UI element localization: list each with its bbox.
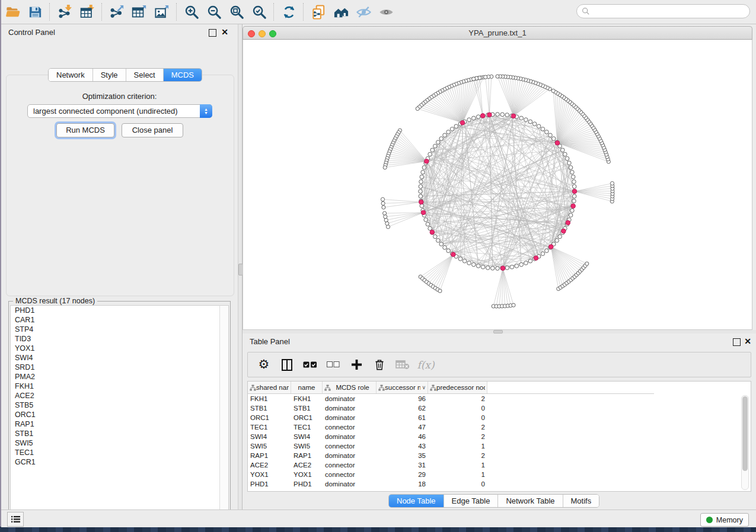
cell-MCDS-role[interactable]: dominator (323, 451, 377, 460)
mcds-result-item[interactable]: TEC1 (11, 448, 221, 457)
cell-successor-nodes[interactable]: 43 (377, 441, 428, 451)
table-row[interactable]: SWI5SWI5connector431 (248, 441, 751, 451)
zoom-selected-button[interactable] (249, 2, 269, 21)
memory-button[interactable]: Memory (700, 513, 749, 527)
export-image-button[interactable] (152, 2, 172, 21)
zoom-fit-button[interactable] (227, 2, 247, 21)
cell-successor-nodes[interactable]: 31 (377, 460, 428, 470)
table-panel-float-button[interactable] (733, 338, 741, 346)
cell-successor-nodes[interactable]: 46 (377, 432, 428, 441)
control-panel-float-button[interactable] (209, 29, 216, 37)
cell-predecessor-nodes[interactable]: 0 (428, 479, 487, 489)
export-table-button[interactable] (129, 2, 149, 21)
cell-predecessor-nodes[interactable]: 2 (428, 394, 487, 403)
cell-predecessor-nodes[interactable]: 0 (428, 403, 487, 413)
tab-motifs[interactable]: Motifs (563, 495, 599, 507)
tab-select[interactable]: Select (126, 69, 164, 81)
save-session-button[interactable] (25, 2, 45, 21)
column-header-predecessor-nodes[interactable]: predecessor nodes (428, 382, 487, 393)
cell-name[interactable]: YOX1 (291, 470, 323, 479)
cell-shared-name[interactable]: TEC1 (248, 422, 291, 432)
first-neighbors-button[interactable] (331, 2, 351, 21)
cell-name[interactable]: SWI4 (291, 432, 323, 441)
task-history-button[interactable] (7, 512, 24, 527)
open-file-button[interactable] (2, 2, 23, 21)
mcds-result-item[interactable]: TID3 (11, 334, 221, 344)
export-network-button[interactable] (107, 2, 127, 21)
add-column-icon[interactable] (347, 356, 365, 374)
cell-shared-name[interactable]: STB1 (248, 403, 291, 413)
cell-MCDS-role[interactable]: connector (323, 460, 377, 470)
optimization-criterion-select[interactable]: largest connected component (undirected)… (27, 104, 212, 118)
gear-icon[interactable]: ⚙ (255, 356, 273, 374)
mcds-result-item[interactable]: ORC1 (11, 410, 221, 419)
cell-name[interactable]: RAP1 (291, 451, 323, 460)
import-table-button[interactable] (77, 2, 97, 21)
table-row[interactable]: PHD1PHD1dominator180 (248, 479, 751, 489)
table-row[interactable]: STB1STB1dominator620 (248, 403, 751, 413)
mcds-result-item[interactable]: STB5 (11, 400, 221, 410)
mcds-result-item[interactable]: FKH1 (11, 382, 221, 391)
cell-predecessor-nodes[interactable]: 1 (428, 470, 487, 479)
cell-name[interactable]: PHD1 (291, 479, 323, 489)
cell-name[interactable]: ACE2 (291, 460, 323, 470)
cell-predecessor-nodes[interactable]: 2 (428, 451, 487, 460)
cell-MCDS-role[interactable]: dominator (323, 432, 377, 441)
cell-name[interactable]: FKH1 (291, 394, 323, 403)
tab-network[interactable]: Network (49, 69, 93, 81)
window-close-button[interactable] (248, 30, 255, 37)
cell-MCDS-role[interactable]: dominator (323, 394, 377, 403)
cell-shared-name[interactable]: PHD1 (248, 479, 291, 489)
run-mcds-button[interactable]: Run MCDS (56, 123, 114, 137)
show-all-button[interactable] (376, 2, 396, 21)
cell-MCDS-role[interactable]: connector (323, 470, 377, 479)
cell-predecessor-nodes[interactable]: 1 (428, 441, 487, 451)
delete-icon[interactable] (371, 356, 388, 374)
cell-shared-name[interactable]: FKH1 (248, 394, 291, 403)
cell-successor-nodes[interactable]: 35 (377, 451, 428, 460)
mcds-result-item[interactable]: RAP1 (11, 419, 221, 429)
cell-shared-name[interactable]: ACE2 (248, 460, 291, 470)
table-row[interactable]: TEC1TEC1connector472 (248, 422, 751, 432)
mcds-result-item[interactable]: PHD1 (11, 306, 221, 315)
cell-name[interactable]: ORC1 (291, 413, 323, 422)
cell-MCDS-role[interactable]: dominator (323, 403, 377, 413)
mcds-result-list[interactable]: PHD1CAR1STP4TID3YOX1SWI4SRD1PMA2FKH1ACE2… (10, 305, 221, 520)
window-minimize-button[interactable] (259, 30, 266, 37)
column-header-name[interactable]: name (291, 382, 323, 393)
cell-MCDS-role[interactable]: dominator (323, 413, 377, 422)
mcds-result-item[interactable]: SWI5 (11, 438, 221, 448)
cell-shared-name[interactable]: YOX1 (248, 470, 291, 479)
mcds-result-item[interactable]: SRD1 (11, 363, 221, 372)
close-panel-button[interactable]: Close panel (122, 123, 183, 137)
cell-predecessor-nodes[interactable]: 2 (428, 422, 487, 432)
cell-shared-name[interactable]: ORC1 (248, 413, 291, 422)
select-all-icon[interactable] (301, 356, 319, 374)
zoom-out-button[interactable] (204, 2, 224, 21)
mcds-result-item[interactable]: STB1 (11, 429, 221, 438)
cell-MCDS-role[interactable]: connector (323, 422, 377, 432)
mcds-result-item[interactable]: CAR1 (11, 315, 221, 325)
mcds-result-item[interactable]: PMA2 (11, 372, 221, 382)
cell-successor-nodes[interactable]: 29 (377, 470, 428, 479)
mcds-result-item[interactable]: SWI4 (11, 353, 221, 363)
cell-shared-name[interactable]: SWI4 (248, 432, 291, 441)
cell-shared-name[interactable]: RAP1 (248, 451, 291, 460)
import-network-button[interactable] (55, 2, 75, 21)
table-row[interactable]: RAP1RAP1dominator352 (248, 451, 751, 460)
cell-successor-nodes[interactable]: 61 (377, 413, 428, 422)
table-row[interactable]: ORC1ORC1dominator610 (248, 413, 751, 422)
mcds-result-scrollbar[interactable] (219, 305, 229, 520)
column-header-MCDS-role[interactable]: MCDS role (323, 382, 377, 393)
zoom-in-button[interactable] (181, 2, 202, 21)
table-row[interactable]: SWI4SWI4dominator462 (248, 432, 751, 441)
table-scrollbar-thumb[interactable] (742, 396, 748, 471)
columns-icon[interactable] (278, 356, 296, 374)
tab-edge-table[interactable]: Edge Table (444, 495, 499, 507)
tab-network-table[interactable]: Network Table (498, 495, 563, 507)
cell-predecessor-nodes[interactable]: 0 (428, 413, 487, 422)
tab-mcds[interactable]: MCDS (164, 69, 202, 81)
cell-name[interactable]: SWI5 (291, 441, 323, 451)
mcds-result-item[interactable]: GCR1 (11, 457, 221, 467)
table-scrollbar[interactable] (741, 395, 749, 490)
